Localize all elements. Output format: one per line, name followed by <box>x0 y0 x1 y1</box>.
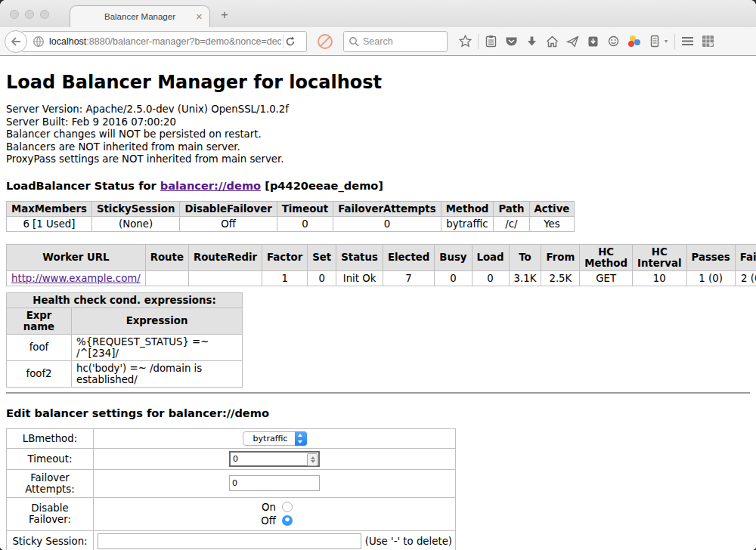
home-icon <box>546 36 559 48</box>
pocket-icon <box>505 36 518 48</box>
addon-dots-icon <box>628 36 640 48</box>
save-page-icon <box>587 36 599 48</box>
grid-icon <box>702 35 714 48</box>
url-text[interactable]: localhost:8880/balancer-manager?b=demo&n… <box>49 36 281 47</box>
notice-balancers: Balancers are NOT inherited from main se… <box>6 141 750 154</box>
loadbalancer-status-heading: LoadBalancer Status for balancer://demo … <box>6 179 750 192</box>
page-title: Load Balancer Manager for localhost <box>6 72 750 93</box>
sticky-session-hint: (Use '-' to delete) <box>365 536 452 547</box>
health-check-title: Health check cond. expressions: <box>7 292 243 307</box>
send-icon <box>566 36 579 48</box>
timeout-label: Timeout: <box>7 448 94 469</box>
titlebar: Balancer Manager ✕ + <box>0 0 756 27</box>
pocket-button[interactable] <box>501 31 522 52</box>
worker-table: Worker URL Route RouteRedir Factor Set S… <box>6 244 756 286</box>
radio-on[interactable] <box>282 502 293 512</box>
downloads-button[interactable] <box>522 31 542 52</box>
tab-close-icon[interactable]: ✕ <box>196 12 203 22</box>
search-icon <box>349 36 359 47</box>
divider <box>283 35 284 48</box>
toolbar-buttons: ▾ <box>455 31 718 52</box>
select-stepper-icon <box>295 431 307 446</box>
new-tab-button[interactable]: + <box>221 8 228 23</box>
feedback-smiley-icon <box>607 36 620 48</box>
notice-proxypass: ProxyPass settings are NOT inherited fro… <box>6 153 750 166</box>
window-controls[interactable] <box>10 10 49 19</box>
radio-on-label: On <box>256 502 276 513</box>
sticky-session-input[interactable] <box>98 533 361 549</box>
menu-icon <box>681 36 694 46</box>
failover-attempts-input[interactable] <box>229 475 320 491</box>
edit-settings-heading: Edit balancer settings for balancer://de… <box>6 406 750 419</box>
disable-failover-label: Disable Failover: <box>7 497 94 530</box>
search-input[interactable] <box>363 36 435 47</box>
page-content: Load Balancer Manager for localhost Serv… <box>0 56 756 550</box>
table-row: foof %{REQUEST_STATUS} =~ /^[234]/ <box>7 334 243 360</box>
minimize-window-icon[interactable] <box>25 10 34 19</box>
back-button[interactable] <box>5 30 27 53</box>
server-version: Server Version: Apache/2.5.0-dev (Unix) … <box>6 104 750 116</box>
sticky-session-label: Sticky Session: <box>7 530 94 550</box>
save-page-button[interactable] <box>583 31 603 52</box>
table-header-row: MaxMembers StickySession DisableFailover… <box>7 201 575 216</box>
notice-persist: Balancer changes will NOT be persisted o… <box>6 128 750 141</box>
tab-title: Balancer Manager <box>104 12 175 21</box>
browser-window: Balancer Manager ✕ + localhost:8880/bala… <box>0 0 756 550</box>
feedback-button[interactable] <box>603 31 624 52</box>
send-button[interactable] <box>562 31 583 52</box>
zoom-window-icon[interactable] <box>40 10 49 19</box>
chevron-down-icon[interactable]: ▾ <box>665 38 672 45</box>
edit-balancer-form: LBmethod: bytraffic Timeout: 0 <box>6 428 456 550</box>
home-button[interactable] <box>542 31 562 52</box>
reload-button[interactable] <box>285 36 306 47</box>
timeout-row: Timeout: 0 <box>7 448 456 469</box>
lbmethod-select[interactable]: bytraffic <box>243 431 307 446</box>
search-bar[interactable] <box>343 31 448 52</box>
reading-list-button[interactable] <box>481 31 501 52</box>
worker-url-link[interactable]: http://www.example.com/ <box>11 273 141 284</box>
back-icon <box>11 37 21 46</box>
menu-button[interactable] <box>677 31 698 52</box>
block-icon[interactable] <box>318 34 333 49</box>
balancer-demo-link[interactable]: balancer://demo <box>160 179 261 192</box>
grid-addon-button[interactable] <box>698 31 718 52</box>
failover-attempts-row: Failover Attempts: <box>7 469 456 497</box>
table-header-row: Worker URL Route RouteRedir Factor Set S… <box>7 244 756 270</box>
globe-icon <box>33 36 45 48</box>
lbmethod-label: LBmethod: <box>7 428 94 448</box>
reload-icon <box>285 36 296 47</box>
tab-balancer-manager[interactable]: Balancer Manager ✕ <box>70 5 210 27</box>
table-header-row: Expr name Expression <box>7 307 243 334</box>
divider <box>478 34 479 49</box>
server-built: Server Built: Feb 9 2016 07:00:20 <box>6 116 750 129</box>
timeout-input[interactable]: 0 <box>229 451 320 467</box>
bookmark-star-icon <box>459 35 472 48</box>
download-icon <box>526 36 538 48</box>
close-window-icon[interactable] <box>10 10 19 19</box>
lbmethod-row: LBmethod: bytraffic <box>7 428 456 448</box>
table-row: 6 [1 Used] (None) Off 0 0 bytraffic /c/ … <box>7 216 575 231</box>
server-info: Server Version: Apache/2.5.0-dev (Unix) … <box>6 104 750 166</box>
divider <box>6 392 750 394</box>
sticky-session-row: Sticky Session: (Use '-' to delete) <box>7 530 456 550</box>
reading-list-icon <box>485 35 497 48</box>
radio-off-label: Off <box>256 515 276 527</box>
divider <box>674 34 675 49</box>
navigation-toolbar: localhost:8880/balancer-manager?b=demo&n… <box>0 27 756 56</box>
worker-row: http://www.example.com/ 1 0 Init Ok 7 0 … <box>7 270 756 286</box>
addon-colors-button[interactable] <box>624 31 644 52</box>
table-row: foof2 hc('body') =~ /domain is establish… <box>7 360 243 387</box>
bookmark-star-button[interactable] <box>455 31 476 52</box>
health-check-table: Health check cond. expressions: Expr nam… <box>6 292 243 388</box>
url-bar[interactable]: localhost:8880/balancer-manager?b=demo&n… <box>21 31 307 52</box>
failover-attempts-label: Failover Attempts: <box>7 469 94 497</box>
disable-failover-row: Disable Failover: On Off <box>7 497 456 530</box>
sidebar-list-icon <box>650 35 659 48</box>
radio-off[interactable] <box>282 515 293 526</box>
balancer-status-table: MaxMembers StickySession DisableFailover… <box>6 201 575 232</box>
sidebar-list-button[interactable] <box>644 31 665 52</box>
number-spinner-icon[interactable] <box>307 453 318 466</box>
table-title-row: Health check cond. expressions: <box>7 292 243 307</box>
